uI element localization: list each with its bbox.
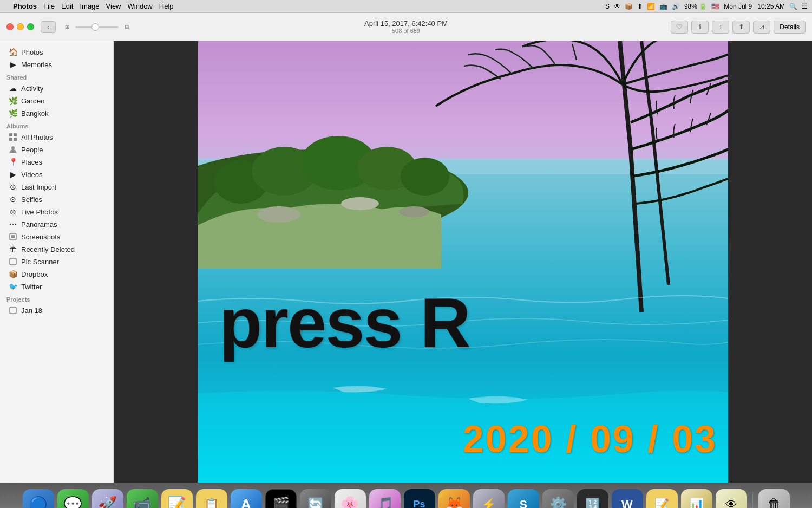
grid-small-icon: ⊞ [61, 21, 73, 33]
projects-header: Projects [0, 293, 113, 304]
photo-viewer: press R 2020 / 09 / 03 [114, 41, 812, 483]
zoom-thumb[interactable] [91, 23, 99, 31]
dock-preview[interactable]: 👁 [716, 489, 747, 509]
minimize-button[interactable] [17, 23, 24, 30]
live-photos-icon: ⊙ [9, 207, 17, 216]
close-button[interactable] [6, 23, 14, 30]
menu-edit[interactable]: Edit [61, 2, 73, 10]
dock-photos[interactable]: 🌸 [335, 489, 366, 509]
svg-rect-1 [14, 133, 17, 136]
dock-keynote[interactable]: 📊 [681, 489, 712, 509]
titlebar-center: April 15, 2017, 6:42:40 PM 508 of 689 [364, 19, 448, 34]
info-button[interactable]: ℹ [691, 21, 709, 34]
dock-launchpad[interactable]: 🚀 [92, 489, 123, 509]
menu-view[interactable]: View [106, 2, 121, 10]
menu-image[interactable]: Image [80, 2, 99, 10]
shared-header: Shared [0, 71, 113, 82]
sidebar-item-people[interactable]: People [2, 144, 111, 155]
dock-system-prefs[interactable]: ⚙️ [542, 489, 574, 509]
dock-word[interactable]: W [612, 489, 643, 509]
maximize-button[interactable] [27, 23, 34, 30]
svg-point-13 [257, 206, 300, 223]
dock-notes[interactable]: 📋 [196, 489, 227, 509]
sidebar-item-jan18[interactable]: Jan 18 [2, 304, 111, 316]
sidebar-label-people: People [21, 146, 43, 154]
screenshots-icon [9, 232, 17, 241]
videos-icon: ▶ [9, 170, 17, 179]
wifi-icon: 📶 [647, 3, 655, 10]
sidebar-item-live-photos[interactable]: ⊙ Live Photos [2, 206, 111, 218]
dropbox-menubar-icon: 📦 [625, 3, 633, 10]
search-icon[interactable]: 🔍 [789, 3, 797, 10]
selfies-icon: ⊙ [9, 195, 17, 204]
sidebar-label-live-photos: Live Photos [21, 208, 58, 216]
share-button[interactable]: ⬆ [732, 21, 750, 34]
sidebar-item-photos[interactable]: 🏠 Photos [2, 46, 111, 58]
window-controls [6, 23, 34, 30]
dock-quicksilver[interactable]: ⚡ [473, 489, 505, 509]
dock-final-cut[interactable]: 🎬 [265, 489, 297, 509]
sidebar-label-twitter: Twitter [21, 283, 42, 291]
all-photos-icon [9, 133, 17, 141]
sidebar-label-all-photos: All Photos [21, 133, 53, 141]
date-time: Mon Jul 9 10:25 AM [724, 3, 785, 10]
sidebar-item-places[interactable]: 📍 Places [2, 156, 111, 168]
dropbox-icon: 📦 [9, 270, 17, 278]
photo-scene [198, 41, 728, 483]
sidebar-item-screenshots[interactable]: Screenshots [2, 231, 111, 243]
main-content: 🏠 Photos ▶ Memories Shared ☁ Activity 🌿 … [0, 41, 812, 483]
dock-itunes[interactable]: 🎵 [369, 489, 401, 509]
favorite-button[interactable]: ♡ [671, 21, 688, 34]
sidebar-item-garden[interactable]: 🌿 Garden [2, 95, 111, 107]
sidebar-item-last-import[interactable]: ⊙ Last Import [2, 181, 111, 193]
sidebar: 🏠 Photos ▶ Memories Shared ☁ Activity 🌿 … [0, 41, 114, 483]
sidebar-item-memories[interactable]: ▶ Memories [2, 58, 111, 70]
sidebar-item-dropbox[interactable]: 📦 Dropbox [2, 268, 111, 280]
sidebar-item-recently-deleted[interactable]: 🗑 Recently Deleted [2, 243, 111, 255]
sidebar-label-dropbox: Dropbox [21, 270, 48, 278]
svg-rect-2 [9, 138, 12, 141]
dock-facetime[interactable]: 📹 [127, 489, 158, 509]
dock-app-store[interactable]: A [231, 489, 262, 509]
sidebar-item-twitter[interactable]: 🐦 Twitter [2, 281, 111, 292]
svg-point-15 [399, 206, 429, 217]
sidebar-item-all-photos[interactable]: All Photos [2, 131, 111, 143]
sidebar-item-pic-scanner[interactable]: Pic Scanner [2, 256, 111, 268]
sidebar-toggle-icon[interactable]: ☰ [802, 3, 808, 10]
dock-calculator[interactable]: 🔢 [577, 489, 608, 509]
albums-header: Albums [0, 120, 113, 131]
photo-container: press R 2020 / 09 / 03 [198, 41, 728, 483]
sidebar-label-videos: Videos [21, 171, 43, 179]
sidebar-item-panoramas[interactable]: ⋯ Panoramas [2, 218, 111, 230]
menu-help[interactable]: Help [159, 2, 174, 10]
dock-firefox[interactable]: 🦊 [438, 489, 470, 509]
dock-migrate[interactable]: 🔄 [300, 489, 331, 509]
memories-icon: ▶ [9, 60, 17, 69]
sidebar-label-activity: Activity [21, 84, 43, 93]
details-button[interactable]: Details [774, 21, 806, 34]
dock-trash[interactable]: 🗑 [758, 489, 790, 509]
sidebar-item-activity[interactable]: ☁ Activity [2, 82, 111, 94]
activity-icon: ☁ [9, 84, 17, 93]
sidebar-label-memories: Memories [21, 61, 52, 69]
zoom-slider[interactable]: ⊞ ⊟ [61, 21, 133, 33]
press-r-text: press R [219, 288, 470, 358]
menu-file[interactable]: File [43, 2, 55, 10]
dock-skype[interactable]: S [508, 489, 539, 509]
add-button[interactable]: + [712, 21, 729, 34]
dock-photoshop[interactable]: Ps [404, 489, 435, 509]
dock-finder[interactable]: 🔵 [23, 489, 54, 509]
app-name[interactable]: Photos [13, 2, 37, 10]
dock-stickies2[interactable]: 📝 [646, 489, 678, 509]
sidebar-item-bangkok[interactable]: 🌿 Bangkok [2, 107, 111, 119]
menu-window[interactable]: Window [128, 2, 153, 10]
dock-messages[interactable]: 💬 [57, 489, 89, 509]
adjust-button[interactable]: ⊿ [753, 21, 770, 34]
svg-rect-7 [10, 258, 16, 265]
zoom-track[interactable] [75, 26, 119, 28]
back-button[interactable]: ‹ [41, 21, 56, 33]
sidebar-label-bangkok: Bangkok [21, 109, 49, 118]
sidebar-item-selfies[interactable]: ⊙ Selfies [2, 193, 111, 205]
dock-stickies[interactable]: 📝 [161, 489, 193, 509]
sidebar-item-videos[interactable]: ▶ Videos [2, 168, 111, 180]
